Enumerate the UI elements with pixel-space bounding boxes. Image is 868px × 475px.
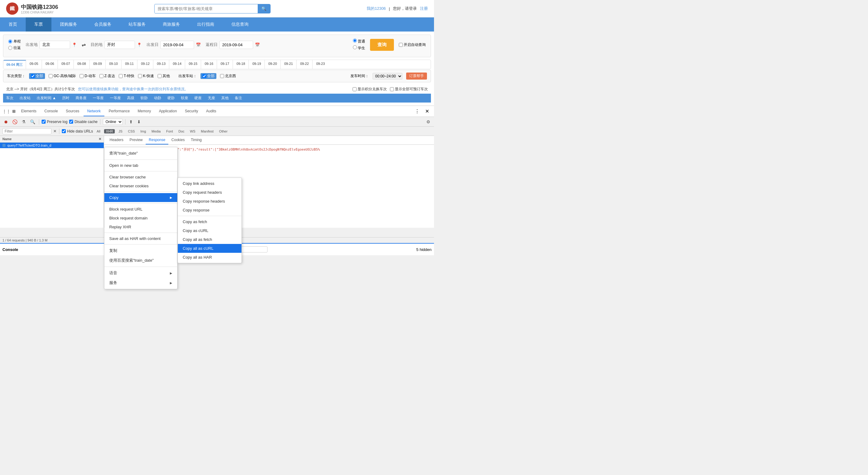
filter-t[interactable]: T-特快 xyxy=(119,73,134,78)
ctx-block-url[interactable]: Block request URL xyxy=(104,205,177,214)
nav-business[interactable]: 商旅服务 xyxy=(154,18,189,32)
date-cell-19[interactable]: 09-23 xyxy=(312,60,329,69)
devtools-close-icon[interactable]: ✕ xyxy=(423,108,432,114)
date-cell-12[interactable]: 09-16 xyxy=(201,60,217,69)
date-cell-3[interactable]: 09-07 xyxy=(58,60,74,69)
tab-elements[interactable]: Elements xyxy=(18,106,40,116)
filter-other[interactable]: 其他 xyxy=(158,73,170,78)
console-tab-label[interactable]: Console xyxy=(2,247,18,252)
hide-data-urls-label[interactable]: Hide data URLs xyxy=(62,129,93,133)
nav-station[interactable]: 站车服务 xyxy=(120,18,154,32)
student-radio[interactable]: 学生 xyxy=(353,45,365,51)
date-cell-13[interactable]: 09-17 xyxy=(217,60,233,69)
depart-input[interactable] xyxy=(160,41,194,49)
detail-tab-cookies[interactable]: Cookies xyxy=(168,136,188,145)
ctx-block-domain[interactable]: Block request domain xyxy=(104,214,177,222)
chip-media[interactable]: Media xyxy=(150,129,162,133)
register-link[interactable]: 注册 xyxy=(420,6,428,11)
tab-audits[interactable]: Audits xyxy=(202,106,220,116)
filter-all[interactable]: 全部 xyxy=(29,73,45,79)
date-cell-1[interactable]: 09-05 xyxy=(26,60,42,69)
time-select[interactable]: 00:00~24:00 xyxy=(372,73,402,80)
close-icon[interactable]: ✕ xyxy=(98,137,101,141)
tab-sources[interactable]: Sources xyxy=(62,106,83,116)
date-cell-16[interactable]: 09-20 xyxy=(265,60,281,69)
ctx-clear-cookies[interactable]: Clear browser cookies xyxy=(104,182,177,190)
one-way-radio[interactable]: 单程 xyxy=(8,39,21,44)
station-bj-west[interactable]: 北京西 xyxy=(220,73,236,78)
date-cell-17[interactable]: 09-21 xyxy=(281,60,297,69)
to-input[interactable] xyxy=(104,41,135,49)
auto-query-checkbox[interactable] xyxy=(399,43,403,47)
sub-copy-as-fetch[interactable]: Copy as fetch xyxy=(178,217,242,226)
chip-all[interactable]: All xyxy=(95,129,102,133)
filter-gc[interactable]: GC-高铁/城际 xyxy=(49,73,76,78)
ctx-open-new-tab[interactable]: Open in new tab xyxy=(104,161,177,170)
date-cell-8[interactable]: 09-12 xyxy=(137,60,153,69)
sub-copy-all-har[interactable]: Copy all as HAR xyxy=(178,253,242,255)
chip-doc[interactable]: Doc xyxy=(177,129,186,133)
disable-cache-label[interactable]: Disable cache xyxy=(69,120,97,124)
detail-tab-timing[interactable]: Timing xyxy=(188,136,205,145)
date-cell-6[interactable]: 09-10 xyxy=(105,60,122,69)
sub-copy-response[interactable]: Copy response xyxy=(178,206,242,215)
ctx-replay-xhr[interactable]: Replay XHR xyxy=(104,222,177,231)
filter-d[interactable]: D-动车 xyxy=(80,73,96,78)
date-cell-14[interactable]: 09-18 xyxy=(233,60,249,69)
sub-copy-all-curl[interactable]: Copy all as cURL xyxy=(178,244,242,253)
filter-z[interactable]: Z-直达 xyxy=(99,73,115,78)
show-all-label[interactable]: 显示全部可预订车次 xyxy=(390,87,428,92)
devtools-settings-icon[interactable]: ⚙ xyxy=(425,119,432,125)
hide-data-urls-checkbox[interactable] xyxy=(62,129,66,133)
network-row[interactable]: queryT?leftTicketDTO.train_d xyxy=(0,142,104,149)
ctx-copy[interactable]: Copy ▶ xyxy=(104,193,177,202)
filter-button[interactable]: ⚗ xyxy=(21,119,27,125)
nav-member[interactable]: 会员服务 xyxy=(86,18,120,32)
tab-performance[interactable]: Performance xyxy=(105,106,133,116)
date-cell-11[interactable]: 09-15 xyxy=(185,60,201,69)
network-throttle-select[interactable]: Online xyxy=(103,119,123,125)
nav-guide[interactable]: 出行指南 xyxy=(189,18,223,32)
preserve-log-checkbox[interactable] xyxy=(42,120,45,124)
record-button[interactable]: ⏺ xyxy=(2,119,9,125)
sub-copy-all-fetch[interactable]: Copy all as fetch xyxy=(178,235,242,244)
devtools-icon[interactable]: ⋮⋮ xyxy=(2,109,10,114)
download-icon[interactable]: ⬇ xyxy=(136,119,142,125)
detail-tab-response[interactable]: Response xyxy=(146,136,168,145)
ctx-query-train-date[interactable]: 查询"train_date" xyxy=(104,149,177,158)
date-cell-2[interactable]: 09-06 xyxy=(42,60,58,69)
search-button[interactable]: 🔍 xyxy=(258,4,270,13)
return-input[interactable] xyxy=(219,41,253,49)
disable-cache-checkbox[interactable] xyxy=(69,120,73,124)
tab-application[interactable]: Application xyxy=(155,106,181,116)
ctx-save-har[interactable]: Save all as HAR with content xyxy=(104,234,177,243)
stop-button[interactable]: 🚫 xyxy=(11,119,19,125)
detail-tab-preview[interactable]: Preview xyxy=(126,136,146,145)
my-account-link[interactable]: 我的12306 xyxy=(367,6,385,11)
query-button[interactable]: 查询 xyxy=(370,39,394,51)
nav-info[interactable]: 信息查询 xyxy=(223,18,257,32)
nav-home[interactable]: 首页 xyxy=(0,18,26,32)
chip-css[interactable]: CSS xyxy=(126,129,137,133)
show-points-label[interactable]: 显示积分兑换车次 xyxy=(352,87,387,92)
preserve-log-label[interactable]: Preserve log xyxy=(42,120,67,124)
auto-query-label[interactable]: 开启自动查询 xyxy=(399,42,426,48)
normal-radio[interactable]: 普通 xyxy=(353,38,365,44)
date-cell-4[interactable]: 09-08 xyxy=(74,60,90,69)
devtools-expand-icon[interactable]: ⊞ xyxy=(12,109,16,114)
chip-font[interactable]: Font xyxy=(164,129,175,133)
tab-network[interactable]: Network xyxy=(84,106,104,116)
chip-xhr[interactable]: XHR xyxy=(104,129,115,133)
search-input[interactable] xyxy=(155,5,258,13)
nav-tickets[interactable]: 车票 xyxy=(26,18,52,32)
nav-group[interactable]: 团购服务 xyxy=(52,18,86,32)
ctx-copy-zh[interactable]: 复制 xyxy=(104,246,177,255)
date-cell-15[interactable]: 09-19 xyxy=(249,60,265,69)
sub-copy-res-headers[interactable]: Copy response headers xyxy=(178,197,242,206)
tab-console[interactable]: Console xyxy=(41,106,62,116)
sub-copy-as-curl[interactable]: Copy as cURL xyxy=(178,226,242,235)
swap-icon[interactable]: ⇌ xyxy=(82,42,86,48)
date-cell-9[interactable]: 09-13 xyxy=(153,60,169,69)
sub-copy-req-headers[interactable]: Copy request headers xyxy=(178,188,242,197)
chip-ws[interactable]: WS xyxy=(188,129,197,133)
